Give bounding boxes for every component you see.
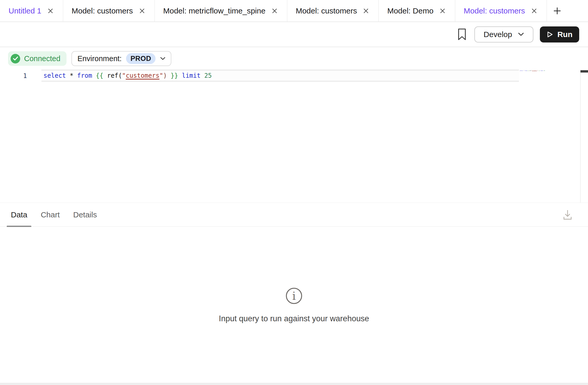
tab-model-demo[interactable]: Model: Demo [379, 0, 455, 22]
connection-status-badge: Connected [8, 51, 67, 66]
chevron-down-icon [518, 32, 524, 36]
environment-value-badge: PROD [126, 53, 156, 64]
results-empty-state: i Input query to run against your wareho… [0, 227, 588, 383]
line-number: 1 [0, 70, 31, 82]
close-icon[interactable] [271, 7, 278, 15]
environment-selector[interactable]: Environment: PROD [71, 51, 171, 66]
tab-details-label: Details [73, 210, 97, 219]
close-icon[interactable] [530, 7, 538, 15]
tab-data-label: Data [11, 210, 27, 219]
active-code-line[interactable]: select * from {{ ref("customers") }} lim… [41, 69, 519, 82]
close-icon[interactable] [362, 7, 370, 15]
tab-label: Model: customers [296, 6, 357, 15]
tab-label: Untitled 1 [9, 6, 41, 15]
play-icon [547, 31, 553, 38]
tab-bar: Untitled 1 Model: customers Model: metri… [0, 0, 588, 22]
code-line-tokens: select * from {{ ref("customers") }} lim… [41, 73, 212, 79]
develop-button-label: Develop [484, 30, 512, 39]
connection-status-label: Connected [24, 54, 60, 63]
run-button-label: Run [557, 30, 572, 39]
tab-label: Model: metricflow_time_spine [163, 6, 266, 15]
editor-minimap: select * from {{ ref("customers") }} lim… [520, 70, 548, 75]
tab-untitled-1[interactable]: Untitled 1 [0, 0, 63, 22]
code-editor[interactable]: 1 select * from {{ ref("customers") }} l… [0, 70, 588, 203]
plus-icon [553, 6, 562, 15]
tab-model-customers-3[interactable]: Model: customers [455, 0, 547, 22]
tab-data[interactable]: Data [7, 203, 31, 226]
close-icon[interactable] [138, 7, 146, 15]
tab-model-customers-2[interactable]: Model: customers [287, 0, 379, 22]
chevron-down-icon [160, 57, 166, 60]
status-row: Connected Environment: PROD [0, 47, 588, 70]
editor-scrollbar-track [580, 70, 580, 203]
environment-label: Environment: [77, 54, 122, 63]
close-icon[interactable] [47, 7, 54, 15]
ide-window: Untitled 1 Model: customers Model: metri… [0, 0, 588, 385]
close-icon[interactable] [439, 7, 446, 15]
svg-text:i: i [292, 290, 296, 302]
empty-state-message: Input query to run against your warehous… [219, 314, 369, 323]
tab-label: Model: customers [464, 6, 525, 15]
tab-model-metricflow-time-spine[interactable]: Model: metricflow_time_spine [155, 0, 287, 22]
tab-model-customers-1[interactable]: Model: customers [63, 0, 155, 22]
new-tab-button[interactable] [547, 0, 568, 22]
tab-chart[interactable]: Chart [36, 203, 64, 226]
bookmark-icon [458, 28, 466, 40]
toolbar: Develop Run [0, 22, 588, 47]
run-button[interactable]: Run [540, 26, 579, 42]
window-bottom-edge [0, 383, 588, 385]
bookmark-button[interactable] [454, 26, 470, 42]
download-icon [562, 209, 573, 221]
minimap-line: select * from {{ ref("customers") }} lim… [520, 70, 524, 71]
info-icon: i [285, 287, 303, 305]
editor-scrollbar-thumb[interactable] [580, 70, 588, 73]
results-tab-bar: Data Chart Details [0, 203, 588, 227]
tab-details[interactable]: Details [69, 203, 101, 226]
download-results-button[interactable] [561, 208, 574, 222]
tab-chart-label: Chart [41, 210, 60, 219]
develop-button[interactable]: Develop [474, 26, 533, 42]
tab-label: Model: customers [72, 6, 133, 15]
check-circle-icon [11, 54, 20, 63]
tab-label: Model: Demo [387, 6, 433, 15]
